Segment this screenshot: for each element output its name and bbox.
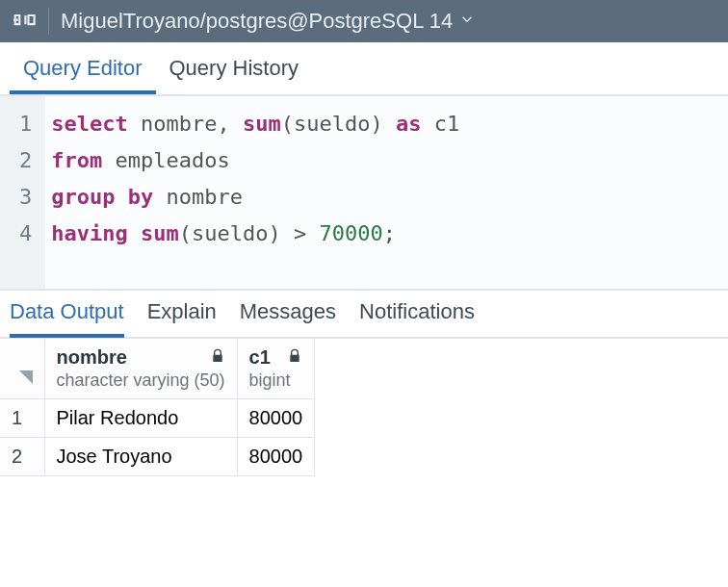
editor-tabs: Query Editor Query History [0,42,728,96]
row-number[interactable]: 2 [0,438,44,476]
column-header-nombre[interactable]: nombre character varying (50) [44,339,237,399]
code-line[interactable]: group by nombre [51,179,459,216]
select-all-corner[interactable] [0,339,44,399]
separator [48,8,49,35]
code-line[interactable]: from empleados [51,142,459,179]
cell-nombre[interactable]: Jose Troyano [44,438,237,476]
connection-icon [5,2,43,40]
sql-editor[interactable]: 1234 select nombre, sum(sueldo) as c1fro… [0,96,728,289]
tab-messages[interactable]: Messages [240,290,336,338]
table-row[interactable]: 1Pilar Redondo80000 [0,399,315,438]
line-number: 1 [19,106,32,142]
line-number: 3 [19,179,32,216]
cell-nombre[interactable]: Pilar Redondo [44,399,237,438]
line-gutter: 1234 [0,96,45,289]
code-line[interactable]: having sum(sueldo) > 70000; [51,216,459,252]
tab-notifications[interactable]: Notifications [359,290,475,338]
cell-c1[interactable]: 80000 [237,399,315,438]
line-number: 4 [19,216,32,252]
line-number: 2 [19,142,32,179]
code-line[interactable]: select nombre, sum(sueldo) as c1 [51,106,459,142]
titlebar: MiguelTroyano/postgres@PostgreSQL 14 [0,0,728,42]
lock-icon [210,346,225,369]
tab-explain[interactable]: Explain [147,290,217,338]
code-area[interactable]: select nombre, sum(sueldo) as c1from emp… [45,96,465,289]
connection-dropdown[interactable]: MiguelTroyano/postgres@PostgreSQL 14 [61,9,476,34]
tab-data-output[interactable]: Data Output [10,290,124,338]
table-row[interactable]: 2Jose Troyano80000 [0,438,315,476]
connection-label: MiguelTroyano/postgres@PostgreSQL 14 [61,9,453,34]
cell-c1[interactable]: 80000 [237,438,315,476]
results-table: nombre character varying (50) c1 bigint … [0,339,315,476]
tab-query-editor[interactable]: Query Editor [10,44,156,94]
row-number[interactable]: 1 [0,399,44,438]
tab-query-history[interactable]: Query History [156,44,312,94]
result-tabs: Data Output Explain Messages Notificatio… [0,289,728,339]
chevron-down-icon [458,9,476,34]
column-header-c1[interactable]: c1 bigint [237,339,315,399]
lock-icon [287,346,302,369]
